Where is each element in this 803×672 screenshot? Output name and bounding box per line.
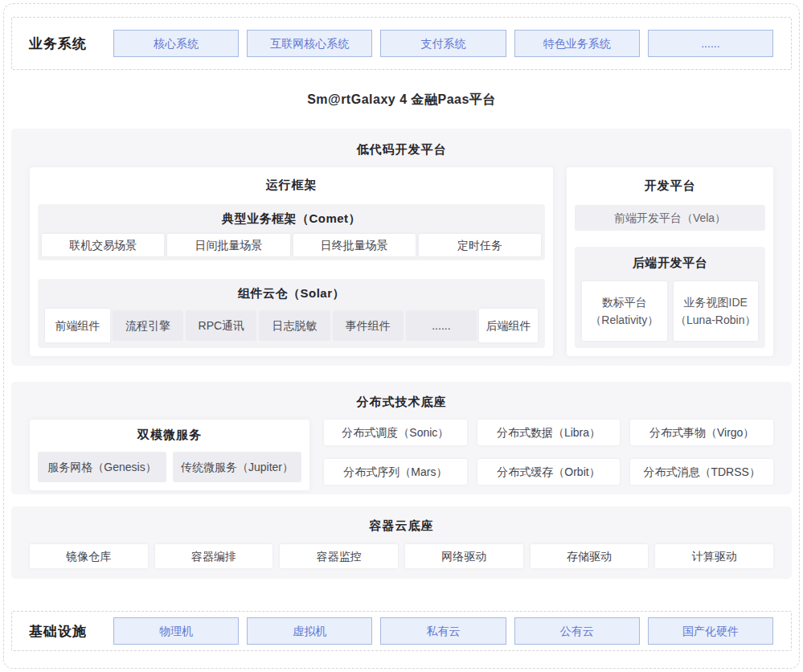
- solar-middle-item: 日志脱敏: [259, 310, 330, 341]
- platform-title: Sm@rtGalaxy 4 金融Paas平台: [11, 92, 792, 109]
- container-cloud-panel: 容器云底座 镜像仓库 容器编排 容器监控 网络驱动 存储驱动 计算驱动: [11, 506, 792, 579]
- infrastructure-label: 基础设施: [29, 622, 113, 641]
- distributed-body: 双模微服务 服务网格（Genesis） 传统微服务（Jupiter） 分布式调度…: [30, 420, 773, 490]
- container-cloud-item: 计算驱动: [655, 544, 773, 568]
- container-cloud-item: 镜像仓库: [30, 544, 148, 568]
- infrastructure-box: 物理机: [113, 617, 239, 645]
- solar-middle-item: ......: [406, 310, 477, 341]
- infrastructure-box: 虚拟机: [247, 617, 372, 645]
- backend-dev-item: 数标平台 （Relativity）: [582, 281, 667, 341]
- dual-mode-microservice-card: 双模微服务 服务网格（Genesis） 传统微服务（Jupiter）: [30, 420, 309, 490]
- solar-component-title: 组件云仓（Solar）: [45, 286, 538, 301]
- dev-platform-title: 开发平台: [575, 178, 765, 194]
- distributed-service-item: 分布式序列（Mars）: [324, 459, 467, 485]
- business-systems-list: 核心系统 互联网核心系统 支付系统 特色业务系统 ......: [113, 30, 773, 57]
- container-cloud-item: 容器编排: [155, 544, 273, 568]
- distributed-service-item: 分布式调度（Sonic）: [324, 420, 467, 445]
- distributed-base-title: 分布式技术底座: [30, 395, 773, 410]
- business-system-box: 特色业务系统: [514, 30, 640, 57]
- runtime-framework-title: 运行框架: [38, 178, 545, 193]
- infrastructure-section: 基础设施 物理机 虚拟机 私有云 公有云 国产化硬件: [11, 611, 792, 651]
- comet-framework-title: 典型业务框架（Comet）: [42, 211, 541, 227]
- backend-dev-item: 业务视图IDE （Luna-Robin）: [674, 281, 759, 341]
- container-cloud-items: 镜像仓库 容器编排 容器监控 网络驱动 存储驱动 计算驱动: [30, 544, 773, 568]
- distributed-service-item: 分布式事物（Virgo）: [630, 420, 773, 445]
- container-cloud-item: 网络驱动: [405, 544, 523, 568]
- dev-platform-card: 开发平台 前端开发平台（Vela） 后端开发平台 数标平台 （Relativit…: [567, 167, 773, 356]
- distributed-service-item: 分布式消息（TDRSS）: [630, 459, 773, 485]
- lowcode-platform-body: 运行框架 典型业务框架（Comet） 联机交易场景 日间批量场景 日终批量场景 …: [30, 167, 773, 356]
- lowcode-platform-panel: 低代码开发平台 运行框架 典型业务框架（Comet） 联机交易场景 日间批量场景…: [11, 129, 792, 366]
- infrastructure-box: 公有云: [514, 617, 640, 645]
- solar-frontend-item: 前端组件: [45, 309, 110, 342]
- infrastructure-box: 私有云: [380, 617, 506, 645]
- business-system-box: 支付系统: [380, 30, 506, 57]
- dual-mode-items: 服务网格（Genesis） 传统微服务（Jupiter）: [38, 452, 301, 482]
- backend-dev-items: 数标平台 （Relativity） 业务视图IDE （Luna-Robin）: [582, 281, 758, 341]
- comet-item: 日间批量场景: [167, 234, 289, 256]
- runtime-framework-card: 运行框架 典型业务框架（Comet） 联机交易场景 日间批量场景 日终批量场景 …: [30, 167, 553, 356]
- backend-dev-platform-title: 后端开发平台: [582, 256, 758, 271]
- solar-middle-item: 事件组件: [333, 310, 404, 341]
- business-system-box: 互联网核心系统: [247, 30, 372, 57]
- business-systems-label: 业务系统: [29, 35, 113, 53]
- architecture-diagram: 业务系统 核心系统 互联网核心系统 支付系统 特色业务系统 ...... Sm@…: [3, 3, 800, 669]
- solar-middle-item: 流程引擎: [113, 310, 183, 341]
- backend-dev-platform-group: 后端开发平台 数标平台 （Relativity） 业务视图IDE （Luna-R…: [575, 247, 765, 348]
- frontend-dev-platform-box: 前端开发平台（Vela）: [575, 205, 765, 231]
- business-system-box: ......: [648, 30, 773, 57]
- solar-component-group: 组件云仓（Solar） 前端组件 流程引擎 RPC通讯 日志脱敏 事件组件 ..…: [38, 279, 545, 348]
- infrastructure-box: 国产化硬件: [648, 617, 773, 645]
- container-cloud-item: 存储驱动: [531, 544, 649, 568]
- infrastructure-list: 物理机 虚拟机 私有云 公有云 国产化硬件: [113, 617, 773, 645]
- lowcode-platform-title: 低代码开发平台: [30, 142, 773, 158]
- dual-mode-item: 服务网格（Genesis）: [38, 452, 166, 482]
- business-system-box: 核心系统: [113, 30, 239, 57]
- solar-middle-item: RPC通讯: [186, 310, 256, 341]
- comet-item: 定时任务: [419, 234, 541, 256]
- container-cloud-item: 容器监控: [280, 544, 398, 568]
- distributed-services-grid: 分布式调度（Sonic） 分布式数据（Libra） 分布式事物（Virgo） 分…: [324, 420, 773, 490]
- comet-item: 日终批量场景: [293, 234, 416, 256]
- solar-backend-item: 后端组件: [479, 309, 538, 342]
- distributed-base-panel: 分布式技术底座 双模微服务 服务网格（Genesis） 传统微服务（Jupite…: [11, 382, 792, 494]
- comet-item: 联机交易场景: [42, 234, 164, 256]
- comet-framework-group: 典型业务框架（Comet） 联机交易场景 日间批量场景 日终批量场景 定时任务: [38, 204, 545, 260]
- comet-items: 联机交易场景 日间批量场景 日终批量场景 定时任务: [42, 234, 541, 256]
- solar-items: 前端组件 流程引擎 RPC通讯 日志脱敏 事件组件 ...... 后端组件: [45, 309, 538, 342]
- distributed-service-item: 分布式缓存（Orbit）: [477, 459, 621, 485]
- dual-mode-title: 双模微服务: [38, 428, 301, 443]
- distributed-service-item: 分布式数据（Libra）: [477, 420, 621, 445]
- container-cloud-title: 容器云底座: [30, 518, 773, 534]
- dual-mode-item: 传统微服务（Jupiter）: [173, 452, 301, 482]
- business-systems-section: 业务系统 核心系统 互联网核心系统 支付系统 特色业务系统 ......: [11, 17, 792, 70]
